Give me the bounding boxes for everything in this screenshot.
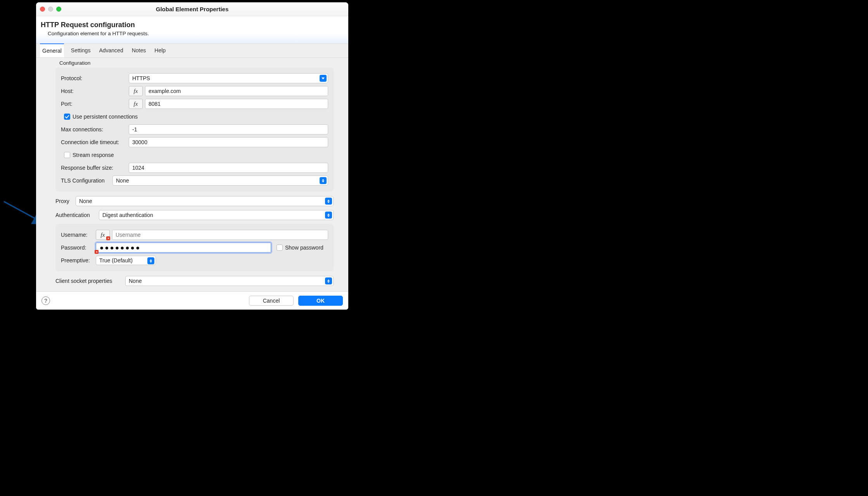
csp-label: Client socket properties: [55, 278, 125, 284]
proxy-value: None: [79, 198, 92, 204]
persistent-label: Use persistent connections: [73, 114, 138, 120]
proxy-label: Proxy: [55, 198, 76, 204]
protocol-select[interactable]: HTTPS: [129, 73, 328, 83]
fx-button[interactable]: fx: [129, 86, 143, 96]
tab-bar: General Settings Advanced Notes Help: [36, 43, 348, 58]
updown-icon: [320, 177, 327, 184]
tab-advanced[interactable]: Advanced: [97, 44, 124, 57]
auth-type-select[interactable]: Digest authentication: [99, 210, 334, 220]
port-input[interactable]: [145, 99, 328, 109]
ok-button[interactable]: OK: [298, 296, 343, 306]
username-input[interactable]: [112, 230, 328, 240]
protocol-value: HTTPS: [132, 75, 150, 81]
csp-select[interactable]: None: [125, 276, 334, 286]
cancel-button[interactable]: Cancel: [249, 296, 294, 306]
protocol-label: Protocol:: [61, 75, 129, 81]
tab-general[interactable]: General: [40, 43, 64, 57]
updown-icon: [325, 212, 332, 219]
configuration-panel: Protocol: HTTPS Host: fx Port: fx Use pe…: [55, 67, 334, 191]
updown-icon: [147, 257, 154, 264]
header: HTTP Request configuration Configuration…: [36, 16, 348, 43]
help-icon[interactable]: ?: [41, 296, 50, 305]
proxy-select[interactable]: None: [76, 196, 334, 206]
buffer-label: Response buffer size:: [61, 165, 129, 171]
max-conn-input[interactable]: [129, 124, 328, 134]
tls-select[interactable]: None: [112, 176, 328, 186]
preemptive-label: Preemptive:: [61, 257, 96, 264]
preemptive-value: True (Default): [99, 257, 133, 264]
persistent-checkbox[interactable]: [64, 114, 70, 120]
error-icon: ✕: [95, 250, 99, 254]
stream-checkbox[interactable]: [64, 152, 70, 158]
page-title: HTTP Request configuration: [41, 21, 341, 29]
fx-button[interactable]: fx: [96, 230, 110, 240]
port-label: Port:: [61, 101, 129, 107]
stream-label: Stream response: [73, 152, 114, 158]
idle-label: Connection idle timeout:: [61, 139, 129, 145]
tls-label: TLS Configuration: [61, 177, 112, 184]
form-body: Configuration Protocol: HTTPS Host: fx P…: [36, 58, 348, 291]
titlebar: Global Element Properties: [36, 2, 348, 16]
configuration-section-label: Configuration: [59, 60, 344, 66]
show-password-checkbox[interactable]: [277, 245, 283, 251]
username-label: Username:: [61, 232, 96, 238]
dialog-window: Global Element Properties HTTP Request c…: [36, 2, 348, 310]
show-password-label: Show password: [285, 245, 323, 251]
window-title: Global Element Properties: [36, 6, 348, 12]
chevron-down-icon: [320, 75, 327, 82]
dialog-footer: ? Cancel OK: [36, 291, 348, 310]
idle-input[interactable]: [129, 137, 328, 147]
updown-icon: [325, 198, 332, 205]
tls-value: None: [116, 177, 129, 184]
tab-settings[interactable]: Settings: [69, 44, 92, 57]
host-label: Host:: [61, 88, 129, 94]
tab-notes[interactable]: Notes: [130, 44, 148, 57]
preemptive-select[interactable]: True (Default): [96, 256, 156, 265]
tab-help[interactable]: Help: [153, 44, 167, 57]
host-input[interactable]: [145, 86, 328, 96]
max-conn-label: Max connections:: [61, 126, 129, 133]
auth-label: Authentication: [55, 212, 99, 218]
password-input[interactable]: [96, 243, 271, 253]
fx-button[interactable]: fx: [129, 99, 143, 109]
authentication-panel: Username: fx Password: ●●●●●●●● ✕ Show p…: [55, 224, 334, 271]
page-subtitle: Configuration element for a HTTP request…: [48, 31, 341, 36]
buffer-input[interactable]: [129, 163, 328, 173]
password-label: Password:: [61, 245, 96, 251]
auth-type-value: Digest authentication: [102, 212, 153, 218]
updown-icon: [325, 277, 332, 284]
csp-value: None: [129, 278, 142, 284]
